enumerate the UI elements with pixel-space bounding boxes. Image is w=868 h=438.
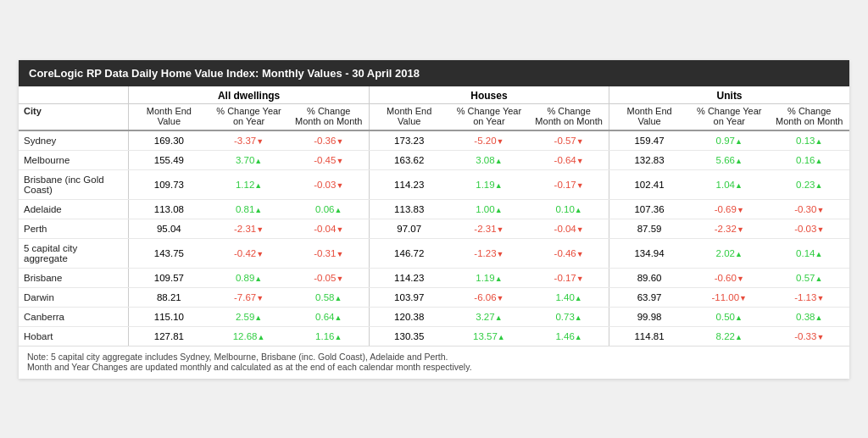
u-mom-header: % Change Month on Month [770,103,850,130]
table-row: Hobart127.8112.681.16130.3513.571.46114.… [19,326,849,346]
table-row: Canberra115.102.590.64120.383.270.7399.9… [19,307,849,326]
h-yoy-header: % Change Year on Year [449,103,529,130]
city-section-header [19,86,129,104]
h-mev-header: Month End Value [369,103,448,130]
table-row: Melbourne155.493.70-0.45163.623.08-0.641… [19,150,849,169]
h-mom-header: % Change Month on Month [529,103,609,130]
city-cell: Perth [19,219,129,238]
city-cell: 5 capital city aggregate [19,238,129,268]
city-cell: Hobart [19,326,129,346]
city-cell: Canberra [19,307,129,326]
table-row: Sydney169.30-3.37-0.36173.23-5.20-0.5715… [19,130,849,151]
city-cell: Brisbane [19,268,129,287]
city-cell: Darwin [19,287,129,307]
city-cell: Melbourne [19,150,129,169]
col-header-row: City Month End Value % Change Year on Ye… [19,103,849,130]
table-row: 5 capital city aggregate143.75-0.42-0.31… [19,238,849,268]
houses-header: Houses [369,86,609,104]
city-cell: Sydney [19,130,129,151]
all-mom-header: % Change Month on Month [289,103,369,130]
header-title: CoreLogic RP Data Daily Home Value Index… [29,67,420,80]
table-row: Adelaide113.080.810.06113.831.000.10107.… [19,199,849,219]
table-row: Brisbane109.570.89-0.05114.231.19-0.1789… [19,268,849,287]
all-yoy-header: % Change Year on Year [209,103,288,130]
city-cell: Brisbane (inc Gold Coast) [19,169,129,199]
main-container: CoreLogic RP Data Daily Home Value Index… [19,60,849,379]
all-dwellings-header: All dwellings [129,86,369,104]
u-mev-header: Month End Value [609,103,689,130]
u-yoy-header: % Change Year on Year [689,103,769,130]
table-row: Brisbane (inc Gold Coast)109.731.12-0.03… [19,169,849,199]
section-header-row: All dwellings Houses Units [19,86,849,104]
units-header: Units [609,86,849,104]
data-table: All dwellings Houses Units City Month En… [19,86,849,346]
table-body: Sydney169.30-3.37-0.36173.23-5.20-0.5715… [19,130,849,346]
all-mev-header: Month End Value [129,103,209,130]
city-cell: Adelaide [19,199,129,219]
footer-line2: Month and Year Changes are updated month… [27,362,841,372]
footer-note: Note: 5 capital city aggregate includes … [19,346,849,379]
footer-line1: Note: 5 capital city aggregate includes … [27,352,841,362]
page-header: CoreLogic RP Data Daily Home Value Index… [19,60,849,86]
table-row: Perth95.04-2.31-0.0497.07-2.31-0.0487.59… [19,219,849,238]
table-row: Darwin88.21-7.670.58103.97-6.061.4063.97… [19,287,849,307]
city-col-header: City [19,103,129,130]
